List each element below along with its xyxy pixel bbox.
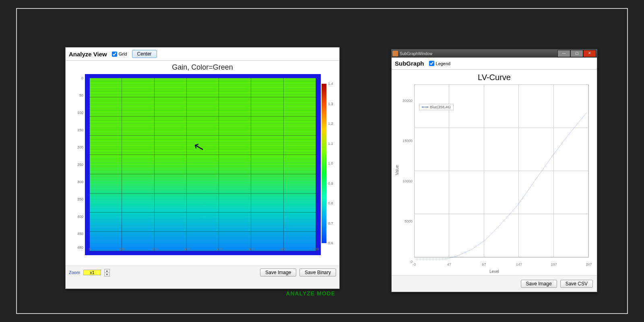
heatmap-grid-overlay: [90, 78, 316, 251]
analyze-mode-label: ANALYZE MODE: [286, 290, 335, 297]
maximize-button[interactable]: ▢: [570, 50, 583, 57]
lv-y-axis: 0 5000 10000 15000 20000: [398, 101, 413, 262]
legend-checkbox-input[interactable]: [429, 61, 434, 66]
analyze-window: Analyze View Grid Center Gain, Color=Gre…: [65, 47, 340, 289]
zoom-stepper[interactable]: ▴ ▾: [104, 269, 110, 277]
subgraph-window: SubGraphWindow — ▢ ✕ SubGraph Legend LV-…: [391, 49, 597, 292]
subgraph-save-image-button[interactable]: Save Image: [521, 280, 557, 288]
lv-title: LV-Curve: [395, 73, 594, 82]
subgraph-save-csv-button[interactable]: Save CSV: [560, 280, 593, 288]
save-image-button[interactable]: Save Image: [260, 268, 296, 277]
grid-checkbox-label: Grid: [119, 52, 127, 56]
close-button[interactable]: ✕: [583, 50, 596, 57]
subgraph-titlebar[interactable]: SubGraphWindow — ▢ ✕: [392, 50, 597, 58]
zoom-value: x1: [83, 270, 101, 275]
lv-xlabel: Level: [489, 269, 499, 274]
analyze-statusbar: Zoom x1 ▴ ▾ Save Image Save Binary: [66, 266, 339, 279]
heatmap-plot-area[interactable]: ↖: [85, 74, 321, 255]
heatmap-chart: Gain, Color=Green 0 50 100 150 200 250 3…: [66, 61, 339, 266]
subgraph-toolbar: SubGraph Legend: [392, 58, 597, 70]
lv-x-axis: -3 47 97 147 197 247: [414, 262, 589, 268]
grid-checkbox-input[interactable]: [112, 52, 117, 57]
legend-checkbox-label: Legend: [436, 61, 451, 66]
lv-legend: Blue(258,46): [419, 104, 454, 110]
lv-series-line: [414, 85, 589, 259]
heatmap-x-axis: 0 100 200 300 400 500 600 700: [90, 247, 316, 254]
minimize-button[interactable]: —: [557, 50, 570, 57]
heatmap-y-axis: 0 50 100 150 200 250 300 350 400 450 480: [67, 78, 85, 251]
subgraph-footer: Save Image Save CSV: [392, 275, 597, 292]
subgraph-title: SubGraph: [395, 60, 424, 67]
analyze-toolbar: Analyze View Grid Center: [66, 47, 339, 61]
app-icon: [392, 51, 398, 56]
lv-legend-text: Blue(258,46): [430, 105, 451, 109]
lv-chart: LV-Curve Value 0 5000 10000 15000 20000: [392, 70, 597, 275]
subgraph-titlebar-text: SubGraphWindow: [400, 52, 432, 56]
zoom-label: Zoom: [69, 270, 80, 275]
zoom-down-icon[interactable]: ▾: [105, 273, 109, 276]
legend-checkbox[interactable]: Legend: [429, 61, 451, 66]
zoom-up-icon[interactable]: ▴: [105, 269, 109, 273]
legend-swatch-icon: [422, 107, 428, 107]
heatmap-title: Gain, Color=Green: [67, 62, 338, 74]
center-button[interactable]: Center: [132, 50, 157, 58]
lv-plot-area[interactable]: [414, 85, 589, 258]
grid-checkbox[interactable]: Grid: [112, 52, 127, 57]
save-binary-button[interactable]: Save Binary: [299, 268, 336, 277]
colorbar: 1.4 1.3 1.2 1.1 1.0 0.9 0.8 0.7 0.6: [322, 84, 335, 243]
analyze-title: Analyze View: [69, 51, 107, 58]
outer-frame: Analyze View Grid Center Gain, Color=Gre…: [16, 8, 628, 314]
